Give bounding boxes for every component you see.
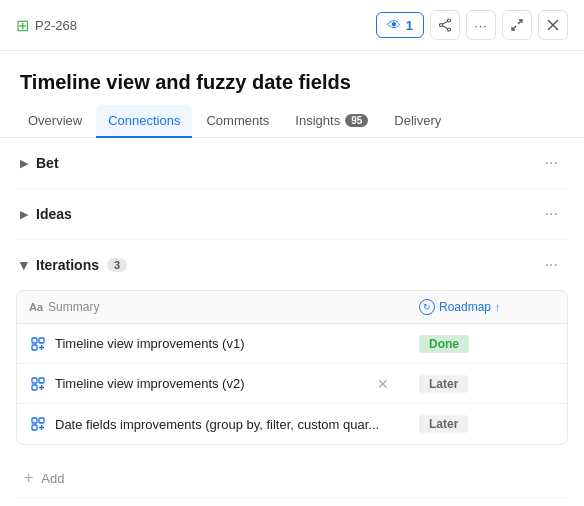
sort-up-icon: ↑ bbox=[495, 301, 501, 313]
row-status: Later bbox=[407, 367, 567, 401]
svg-point-2 bbox=[440, 24, 443, 27]
svg-rect-15 bbox=[39, 378, 44, 383]
row-status: Done bbox=[407, 327, 567, 361]
add-label: Add bbox=[41, 471, 64, 486]
close-button[interactable] bbox=[538, 10, 568, 40]
add-icon: + bbox=[24, 469, 33, 487]
watchers-button[interactable]: 👁 1 bbox=[376, 12, 424, 38]
table-row[interactable]: Timeline view improvements (v1) Done bbox=[17, 324, 567, 364]
section-iterations-header[interactable]: ▶ Iterations 3 ··· bbox=[16, 240, 568, 290]
section-iterations-title: Iterations bbox=[36, 257, 99, 273]
eye-icon: 👁 bbox=[387, 17, 401, 33]
more-icon: ··· bbox=[474, 18, 488, 33]
watcher-count: 1 bbox=[406, 18, 413, 33]
row-status: Later bbox=[407, 407, 567, 441]
row-text: Timeline view improvements (v2) bbox=[55, 376, 363, 391]
content-area: ▶ Bet ··· ▶ Ideas ··· ▶ Iterations 3 ··· bbox=[0, 138, 584, 498]
issue-id: P2-268 bbox=[35, 18, 77, 33]
chevron-right-icon: ▶ bbox=[20, 157, 28, 170]
more-button[interactable]: ··· bbox=[466, 10, 496, 40]
svg-line-3 bbox=[442, 21, 447, 24]
section-iterations: ▶ Iterations 3 ··· Aa Summary ↻ Roadmap … bbox=[16, 240, 568, 498]
svg-point-1 bbox=[448, 28, 451, 31]
tab-overview[interactable]: Overview bbox=[16, 105, 94, 138]
section-ideas-title: Ideas bbox=[36, 206, 72, 222]
sub-issue-icon bbox=[29, 375, 47, 393]
insights-badge: 95 bbox=[345, 114, 368, 127]
table-header: Aa Summary ↻ Roadmap ↑ bbox=[17, 291, 567, 324]
tab-delivery[interactable]: Delivery bbox=[382, 105, 453, 138]
table-row[interactable]: Timeline view improvements (v2) ✕ Later bbox=[17, 364, 567, 404]
svg-rect-10 bbox=[39, 338, 44, 343]
status-badge-done: Done bbox=[419, 335, 469, 353]
close-icon bbox=[547, 19, 559, 31]
tab-comments[interactable]: Comments bbox=[194, 105, 281, 138]
section-iterations-more[interactable]: ··· bbox=[539, 254, 564, 276]
status-badge-later: Later bbox=[419, 375, 468, 393]
iterations-table: Aa Summary ↻ Roadmap ↑ bbox=[16, 290, 568, 445]
section-ideas: ▶ Ideas ··· bbox=[16, 189, 568, 240]
title-section: Timeline view and fuzzy date fields bbox=[0, 51, 584, 105]
tab-insights[interactable]: Insights 95 bbox=[283, 105, 380, 138]
tabs-bar: Overview Connections Comments Insights 9… bbox=[0, 105, 584, 138]
issue-type-icon: ⊞ bbox=[16, 16, 29, 35]
issue-id-section: ⊞ P2-268 bbox=[16, 16, 77, 35]
share-icon bbox=[438, 18, 452, 32]
tab-connections[interactable]: Connections bbox=[96, 105, 192, 138]
svg-rect-21 bbox=[32, 425, 37, 430]
row-summary: Timeline view improvements (v2) ✕ bbox=[17, 366, 407, 402]
svg-rect-11 bbox=[32, 345, 37, 350]
col-header-summary: Aa Summary bbox=[17, 292, 407, 322]
page-title: Timeline view and fuzzy date fields bbox=[20, 69, 564, 95]
section-bet-title: Bet bbox=[36, 155, 59, 171]
section-ideas-header[interactable]: ▶ Ideas ··· bbox=[16, 189, 568, 239]
iterations-count-badge: 3 bbox=[107, 258, 127, 272]
status-badge-later: Later bbox=[419, 415, 468, 433]
svg-rect-20 bbox=[39, 418, 44, 423]
section-ideas-more[interactable]: ··· bbox=[539, 203, 564, 225]
roadmap-circle-icon: ↻ bbox=[419, 299, 435, 315]
chevron-right-icon: ▶ bbox=[20, 208, 28, 221]
row-summary: Timeline view improvements (v1) bbox=[17, 327, 407, 361]
svg-rect-19 bbox=[32, 418, 37, 423]
expand-button[interactable] bbox=[502, 10, 532, 40]
table-row[interactable]: Date fields improvements (group by, filt… bbox=[17, 404, 567, 444]
section-bet-more[interactable]: ··· bbox=[539, 152, 564, 174]
add-iteration-button[interactable]: + Add bbox=[16, 459, 568, 497]
svg-line-4 bbox=[442, 26, 447, 29]
sub-issue-icon bbox=[29, 415, 47, 433]
section-bet-header[interactable]: ▶ Bet ··· bbox=[16, 138, 568, 188]
row-text: Date fields improvements (group by, filt… bbox=[55, 417, 395, 432]
svg-point-0 bbox=[448, 19, 451, 22]
chevron-down-icon: ▶ bbox=[18, 261, 31, 269]
row-close-button[interactable]: ✕ bbox=[371, 374, 395, 394]
top-bar-actions: 👁 1 ··· bbox=[376, 10, 568, 40]
col-header-roadmap[interactable]: ↻ Roadmap ↑ bbox=[407, 291, 567, 323]
share-button[interactable] bbox=[430, 10, 460, 40]
svg-rect-16 bbox=[32, 385, 37, 390]
svg-rect-14 bbox=[32, 378, 37, 383]
svg-rect-9 bbox=[32, 338, 37, 343]
row-text: Timeline view improvements (v1) bbox=[55, 336, 395, 351]
top-bar: ⊞ P2-268 👁 1 ··· bbox=[0, 0, 584, 51]
row-summary: Date fields improvements (group by, filt… bbox=[17, 407, 407, 441]
sub-issue-icon bbox=[29, 335, 47, 353]
expand-icon bbox=[510, 18, 524, 32]
section-bet: ▶ Bet ··· bbox=[16, 138, 568, 189]
